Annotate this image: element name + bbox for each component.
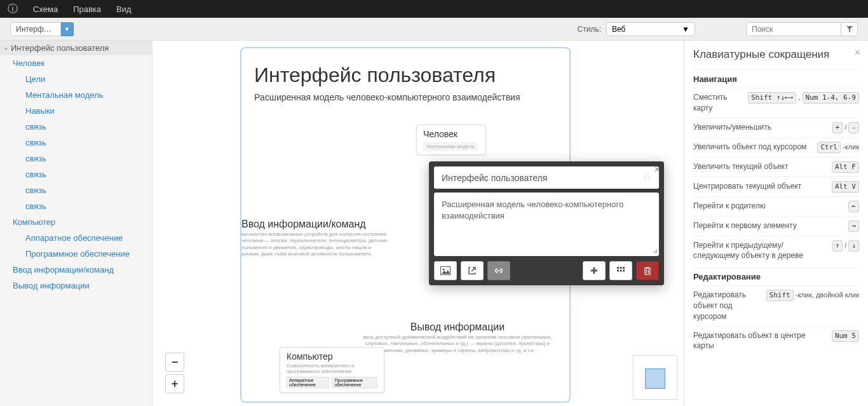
menu-view[interactable]: Вид: [116, 4, 132, 14]
help-row-label: Сместить карту: [693, 92, 743, 114]
key-text: двойной клик: [816, 291, 859, 299]
kbd-key: Num 5: [832, 330, 859, 342]
node-human-sub: Ментальная модель: [423, 142, 477, 151]
sidebar-item[interactable]: связь: [0, 198, 152, 214]
sidebar-item[interactable]: связь: [0, 135, 152, 151]
scheme-selector-dropdown[interactable]: ▼: [61, 22, 74, 36]
sidebar-item[interactable]: Вывод информации: [0, 278, 152, 294]
node-human[interactable]: Человек Ментальная модель: [416, 125, 486, 155]
help-row: Редактировать объект в центре картыNum 5: [693, 326, 859, 356]
zoom-out-button[interactable]: −: [165, 353, 184, 372]
style-value: Веб: [612, 25, 625, 34]
node-input-title: Ввод информации/команд: [241, 219, 388, 230]
popup-external-link-button[interactable]: [461, 261, 484, 280]
popup-add-button[interactable]: ✚: [583, 261, 606, 280]
svg-rect-3: [620, 267, 622, 269]
node-human-title: Человек: [423, 129, 479, 139]
zoom-controls: − +: [165, 353, 184, 393]
popup-delete-button[interactable]: [636, 261, 659, 280]
image-icon: [440, 266, 451, 275]
minimap-viewport[interactable]: [645, 369, 665, 389]
zoom-in-button[interactable]: +: [165, 374, 184, 393]
help-row-label: Центрировать текущий объект: [693, 181, 827, 192]
kbd-key: Ctrl: [817, 142, 841, 153]
help-row-label: Увеличить объект под курсором: [693, 142, 812, 152]
node-output[interactable]: Вывод информации весь доступный динамиче…: [362, 321, 553, 354]
popup-image-button[interactable]: [434, 261, 457, 280]
scheme-selector[interactable]: Интерфейс...: [10, 22, 61, 36]
menu-schema[interactable]: Схема: [33, 4, 58, 14]
help-row: Увеличить объект под курсоромCtrl -клик: [693, 137, 859, 157]
node-output-desc: весь доступный динамический воздействий …: [362, 334, 553, 354]
diagram-title: Интерфейс пользователя: [254, 64, 557, 87]
info-icon[interactable]: ⓘ: [8, 3, 18, 16]
popup-grid-button[interactable]: [609, 261, 632, 280]
help-row-keys: Alt F: [832, 161, 859, 173]
diagram-subtitle: Расширенная модель человеко-компьютерног…: [254, 92, 557, 102]
key-text: /: [843, 241, 848, 249]
help-close-button[interactable]: ×: [855, 47, 860, 58]
sidebar-item[interactable]: связь: [0, 166, 152, 182]
popup-body-textarea[interactable]: Расширенная модель человеко-компьютерног…: [434, 193, 659, 256]
toolbar: Интерфейс... ▼ Стиль: Веб ▼: [0, 18, 868, 41]
help-row: Увеличить/уменьшить+ / -: [693, 118, 859, 137]
kbd-key: +: [832, 122, 843, 133]
help-row-label: Перейти к предыдущему/ следующему объект…: [693, 240, 827, 262]
sidebar-item[interactable]: Навыки: [0, 103, 152, 119]
canvas[interactable]: Интерфейс пользователя Расширенная модел…: [153, 41, 684, 406]
sidebar: Интерфейс пользователя ЧеловекЦелиМентал…: [0, 41, 153, 406]
help-row: Перейти к родителю←: [693, 196, 859, 216]
sidebar-item[interactable]: связь: [0, 151, 152, 166]
help-row-label: Редактировать объект в центре карты: [693, 330, 827, 352]
help-row-keys: + / -: [832, 122, 859, 133]
link-icon: [494, 267, 504, 274]
sidebar-root[interactable]: Интерфейс пользователя: [0, 41, 152, 55]
star-icon[interactable]: ☆: [642, 172, 651, 184]
help-row-label: Увеличить/уменьшить: [693, 122, 827, 133]
search-filter-button[interactable]: [841, 22, 858, 36]
sidebar-item[interactable]: связь: [0, 119, 152, 135]
popup-link-button[interactable]: [487, 261, 510, 280]
key-text: /: [843, 123, 848, 131]
help-row-keys: Shift -клик, двойной клик: [766, 290, 859, 301]
kbd-key: →: [848, 220, 859, 232]
help-row-keys: ↑ / ↓: [832, 240, 859, 252]
help-section-heading: Навигация: [693, 70, 859, 88]
help-row: Сместить картуShift ↑↓←→ , Num 1-4, 6-9: [693, 88, 859, 118]
style-select[interactable]: Веб ▼: [606, 22, 695, 36]
help-row-keys: Num 5: [832, 330, 859, 342]
popup-close-button[interactable]: ×: [654, 164, 660, 175]
node-computer[interactable]: Компьютер Совокупность аппаратного и про…: [280, 347, 384, 393]
help-row-keys: Alt V: [832, 181, 859, 193]
sidebar-item[interactable]: связь: [0, 182, 152, 198]
node-input[interactable]: Ввод информации/команд множество всевозм…: [241, 219, 388, 258]
popup-body-text: Расширенная модель человеко-компьютерног…: [442, 200, 623, 220]
popup-title-input[interactable]: [442, 173, 642, 183]
sidebar-item[interactable]: Человек: [0, 55, 152, 71]
sidebar-item[interactable]: Ввод информации/команд: [0, 262, 152, 278]
external-link-icon: [468, 266, 477, 275]
sidebar-item[interactable]: Компьютер: [0, 214, 152, 230]
minimap[interactable]: [633, 355, 677, 400]
help-row: Редактировать объект под курсоромShift -…: [693, 285, 859, 325]
sidebar-item[interactable]: Ментальная модель: [0, 87, 152, 103]
kbd-key: Alt V: [832, 181, 859, 193]
resize-handle-icon[interactable]: ◢: [653, 246, 658, 255]
sidebar-item[interactable]: Программное обеспечение: [0, 246, 152, 262]
svg-point-1: [443, 269, 445, 271]
search-input[interactable]: [746, 22, 841, 36]
menu-edit[interactable]: Правка: [73, 4, 101, 14]
sidebar-item[interactable]: Аппаратное обеспечение: [0, 230, 152, 246]
help-section-heading: Редактирование: [693, 267, 859, 285]
sidebar-item[interactable]: Цели: [0, 71, 152, 87]
kbd-key: ←: [848, 201, 859, 212]
node-computer-sub1: Аппаратное обеспечение: [287, 377, 329, 388]
key-text: -клик: [841, 143, 859, 151]
kbd-key: Num 1-4, 6-9: [803, 92, 859, 104]
help-row-keys: →: [848, 220, 859, 232]
popup-editor: × ☆ Расширенная модель человеко-компьюте…: [429, 161, 664, 285]
node-computer-title: Компьютер: [287, 351, 377, 362]
help-row-label: Перейти к первому элементу: [693, 220, 843, 231]
kbd-key: ↓: [848, 240, 859, 252]
key-text: -клик,: [794, 291, 816, 299]
